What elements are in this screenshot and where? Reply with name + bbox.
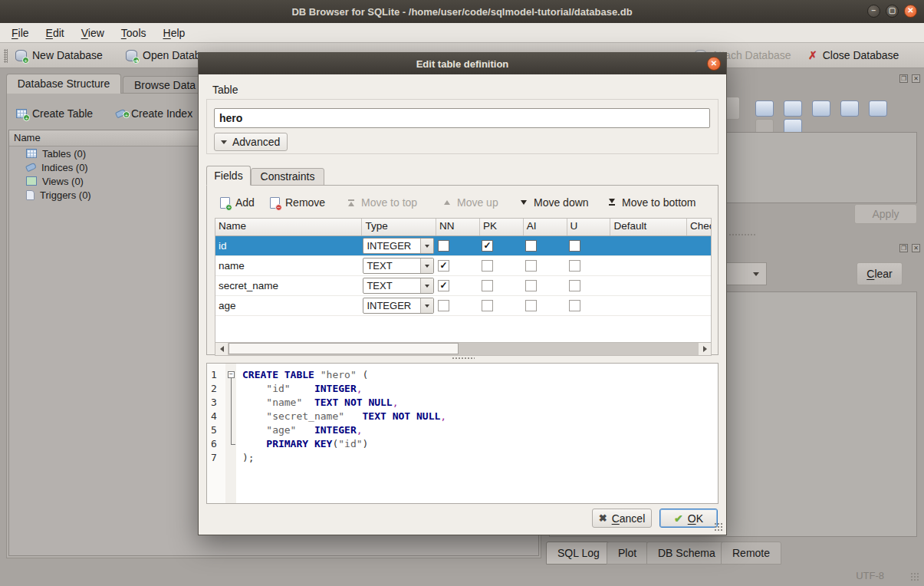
- dock-close-icon[interactable]: ✕: [912, 74, 920, 83]
- ai-cell: [524, 276, 567, 295]
- scroll-left-icon[interactable]: [215, 343, 228, 355]
- toolbar-grip[interactable]: [4, 49, 8, 63]
- ai-cell: [524, 296, 567, 315]
- field-row-secret-name[interactable]: secret_nameTEXT✓: [215, 276, 711, 296]
- ok-button[interactable]: ✔OK: [659, 509, 718, 528]
- u-checkbox[interactable]: [569, 260, 580, 272]
- type-select[interactable]: TEXT: [363, 278, 434, 294]
- check-cell: [687, 276, 711, 295]
- pk-checkbox[interactable]: ✓: [482, 240, 493, 252]
- menu-edit[interactable]: Edit: [38, 25, 73, 41]
- fields-grid-hscrollbar[interactable]: [215, 342, 711, 355]
- create-index-button[interactable]: + Create Index: [116, 104, 192, 123]
- field-row-id[interactable]: idINTEGER✓: [215, 236, 711, 256]
- dialog-splitter[interactable]: [452, 357, 475, 360]
- type-select[interactable]: TEXT: [363, 258, 434, 274]
- u-checkbox[interactable]: [569, 280, 580, 291]
- ai-checkbox[interactable]: [525, 260, 537, 272]
- ai-checkbox[interactable]: [525, 300, 537, 311]
- sql-code: CREATE TABLE "hero" (: [242, 368, 368, 382]
- column-header-default[interactable]: Default: [610, 219, 687, 235]
- u-cell: [567, 276, 611, 295]
- field-toolbar-add[interactable]: +Add: [220, 193, 255, 212]
- tab-db-schema[interactable]: DB Schema: [646, 542, 727, 565]
- dock-float-icon[interactable]: ❐: [899, 74, 908, 83]
- advanced-button[interactable]: Advanced: [214, 133, 288, 151]
- field-row-age[interactable]: ageINTEGER: [215, 296, 711, 316]
- import-icon[interactable]: [784, 100, 802, 117]
- type-select[interactable]: INTEGER: [363, 238, 434, 254]
- menu-help[interactable]: Help: [155, 25, 194, 41]
- type-select[interactable]: INTEGER: [363, 298, 434, 314]
- export-icon[interactable]: [840, 100, 859, 117]
- ai-checkbox[interactable]: [525, 280, 537, 291]
- u-checkbox[interactable]: [569, 240, 580, 252]
- default-cell: [610, 276, 687, 295]
- tab-plot[interactable]: Plot: [607, 542, 648, 565]
- pk-cell: ✓: [480, 236, 524, 255]
- field-toolbar-move-to-bottom[interactable]: Move to bottom: [607, 193, 696, 212]
- dock-float-icon[interactable]: ❐: [899, 244, 908, 252]
- resize-grip[interactable]: [910, 572, 919, 581]
- scrollbar-thumb[interactable]: [229, 343, 459, 354]
- table-name-input[interactable]: hero: [214, 108, 710, 128]
- pk-checkbox[interactable]: [482, 260, 493, 272]
- dock-splitter[interactable]: [728, 233, 756, 237]
- move-up-icon: [442, 200, 452, 205]
- u-checkbox[interactable]: [569, 300, 580, 311]
- field-toolbar-label: Move down: [534, 196, 589, 209]
- sql-code: );: [242, 451, 255, 465]
- word-wrap-icon[interactable]: [755, 100, 774, 117]
- field-toolbar-move-down[interactable]: Move down: [519, 193, 589, 212]
- dialog-titlebar[interactable]: Edit table definition ✕: [199, 53, 726, 74]
- type-select-value: INTEGER: [363, 298, 420, 313]
- sql-line: 3 "name" TEXT NOT NULL,: [207, 396, 718, 410]
- dialog-resize-grip[interactable]: [714, 522, 722, 531]
- maximize-icon[interactable]: ▢: [886, 5, 899, 18]
- column-header-ai[interactable]: AI: [524, 219, 567, 235]
- field-toolbar-remove[interactable]: −Remove: [270, 193, 325, 212]
- fold-collapse-icon[interactable]: −: [228, 371, 235, 378]
- tab-constraints[interactable]: Constraints: [251, 168, 324, 186]
- tab-database-structure[interactable]: Database Structure: [6, 74, 121, 94]
- close-database-button[interactable]: ✗ Close Database: [804, 45, 903, 65]
- column-header-type[interactable]: Type: [362, 219, 436, 235]
- link-icon[interactable]: [869, 100, 887, 117]
- tab-sql-log[interactable]: SQL Log: [546, 542, 611, 565]
- window-titlebar: DB Browser for SQLite - /home/user/code/…: [0, 0, 924, 23]
- close-icon[interactable]: ✕: [904, 5, 917, 18]
- nn-checkbox[interactable]: ✓: [438, 280, 449, 291]
- new-database-button[interactable]: + New Database: [11, 45, 107, 65]
- menu-tools[interactable]: Tools: [113, 25, 155, 41]
- nn-checkbox[interactable]: ✓: [438, 260, 449, 272]
- field-row-name[interactable]: nameTEXT✓: [215, 256, 711, 276]
- column-header-name[interactable]: Name: [215, 219, 362, 235]
- remove-field-icon: −: [270, 197, 280, 209]
- sql-line: 7);: [207, 451, 718, 465]
- tab-fields[interactable]: Fields: [206, 166, 251, 186]
- sql-preview[interactable]: 1CREATE TABLE "hero" (2 "id" INTEGER,3 "…: [206, 363, 718, 504]
- pk-checkbox[interactable]: [482, 300, 493, 311]
- pk-checkbox[interactable]: [482, 280, 493, 291]
- column-header-nn[interactable]: NN: [436, 219, 480, 235]
- nn-checkbox[interactable]: [438, 300, 449, 311]
- scroll-right-icon[interactable]: [699, 343, 711, 355]
- table-label: Table: [212, 84, 238, 96]
- column-header-check[interactable]: Check: [687, 219, 711, 235]
- clear-button[interactable]: Clear: [857, 262, 903, 285]
- field-toolbar-label: Move to bottom: [622, 196, 696, 209]
- tab-remote[interactable]: Remote: [721, 542, 781, 565]
- chevron-down-icon: [420, 239, 433, 253]
- column-header-pk[interactable]: PK: [480, 219, 524, 235]
- column-header-u[interactable]: U: [567, 219, 611, 235]
- dialog-close-icon[interactable]: ✕: [707, 57, 721, 71]
- save-icon[interactable]: [812, 100, 830, 117]
- cancel-button[interactable]: ✖Cancel: [592, 509, 652, 528]
- minimize-icon[interactable]: −: [867, 5, 880, 18]
- nn-checkbox[interactable]: [438, 240, 449, 252]
- dock-close-icon[interactable]: ✕: [912, 244, 920, 252]
- create-table-button[interactable]: + Create Table: [16, 104, 93, 123]
- ai-checkbox[interactable]: [525, 240, 537, 252]
- menu-view[interactable]: View: [73, 25, 113, 41]
- menu-file[interactable]: File: [3, 25, 38, 41]
